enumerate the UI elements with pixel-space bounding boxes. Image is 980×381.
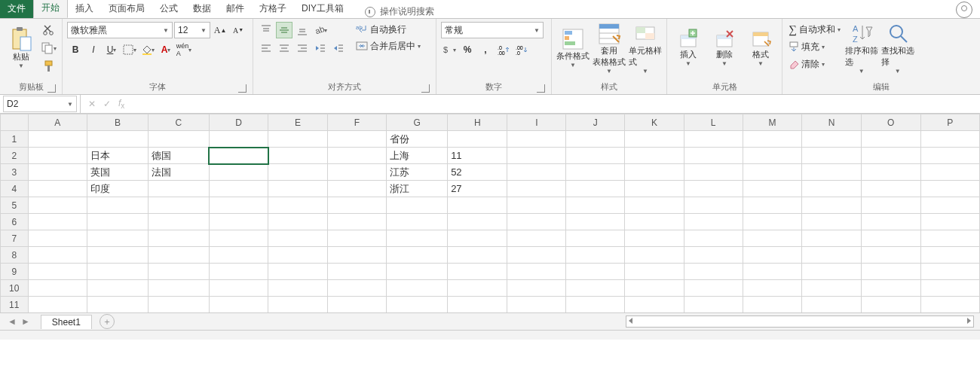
cell[interactable] <box>209 197 268 214</box>
cell[interactable] <box>87 264 148 280</box>
row-header[interactable]: 2 <box>1 148 29 164</box>
conditional-format-button[interactable]: 条件格式▼ <box>556 22 590 75</box>
underline-button[interactable]: U▾ <box>103 41 120 58</box>
cell[interactable] <box>327 214 386 230</box>
align-left-button[interactable] <box>258 40 274 56</box>
name-box[interactable]: D2▼ <box>3 96 77 112</box>
column-header[interactable]: H <box>448 114 507 131</box>
cell[interactable] <box>743 131 802 148</box>
cell[interactable] <box>684 264 743 280</box>
cell[interactable] <box>625 131 684 148</box>
cell[interactable] <box>743 230 802 247</box>
cell[interactable] <box>87 197 148 214</box>
cell[interactable] <box>268 247 327 264</box>
align-bottom-button[interactable] <box>294 22 311 38</box>
align-right-button[interactable] <box>294 40 311 56</box>
cell[interactable] <box>87 131 148 148</box>
cell[interactable] <box>87 297 148 313</box>
cell[interactable] <box>802 197 861 214</box>
cell[interactable] <box>327 148 386 164</box>
copy-button[interactable]: ▾ <box>41 40 57 56</box>
cell[interactable] <box>507 280 566 297</box>
cell[interactable] <box>448 214 507 230</box>
format-cells-button[interactable]: 格式▼ <box>744 22 777 75</box>
font-size-combo[interactable]: 12▼ <box>174 22 210 38</box>
column-header[interactable]: A <box>28 114 87 131</box>
cell[interactable] <box>387 280 448 297</box>
cell[interactable] <box>148 197 209 214</box>
cell[interactable] <box>327 181 386 197</box>
font-color-button[interactable]: A▾ <box>158 41 174 58</box>
autosum-button[interactable]: ∑自动求和▾ <box>787 22 842 37</box>
row-header[interactable]: 8 <box>1 247 29 264</box>
cell[interactable] <box>684 197 743 214</box>
cell[interactable] <box>209 280 268 297</box>
cell[interactable] <box>743 148 802 164</box>
column-header[interactable]: N <box>802 114 861 131</box>
cell[interactable]: 11 <box>448 148 507 164</box>
row-header[interactable]: 3 <box>1 164 29 181</box>
tab-page-layout[interactable]: 页面布局 <box>101 0 152 18</box>
cell[interactable]: 27 <box>448 181 507 197</box>
select-all-corner[interactable] <box>1 114 29 131</box>
column-header[interactable]: M <box>743 114 802 131</box>
cell[interactable] <box>802 181 861 197</box>
align-launcher[interactable] <box>421 84 430 93</box>
cell[interactable] <box>448 280 507 297</box>
cell[interactable] <box>28 280 87 297</box>
cell[interactable] <box>507 197 566 214</box>
cell[interactable] <box>566 230 625 247</box>
cell[interactable] <box>861 230 920 247</box>
cell[interactable] <box>684 297 743 313</box>
cell[interactable] <box>566 131 625 148</box>
tab-fanggezi[interactable]: 方格子 <box>252 0 294 18</box>
cell[interactable] <box>148 214 209 230</box>
cell[interactable] <box>387 297 448 313</box>
wrap-text-button[interactable]: ab自动换行 <box>354 22 422 37</box>
share-icon[interactable] <box>956 2 972 18</box>
cell[interactable] <box>268 197 327 214</box>
column-header[interactable]: I <box>507 114 566 131</box>
cell[interactable] <box>566 164 625 181</box>
cell[interactable] <box>209 230 268 247</box>
cell[interactable]: 江苏 <box>387 164 448 181</box>
cell[interactable] <box>148 297 209 313</box>
cell[interactable] <box>743 197 802 214</box>
formula-input[interactable] <box>132 96 980 111</box>
cut-button[interactable] <box>41 22 57 38</box>
cell[interactable] <box>507 264 566 280</box>
accounting-format-button[interactable]: $▾ <box>441 41 458 58</box>
cell[interactable]: 法国 <box>148 164 209 181</box>
cell[interactable] <box>625 247 684 264</box>
cell[interactable] <box>861 181 920 197</box>
cell[interactable] <box>327 131 386 148</box>
cell[interactable] <box>507 230 566 247</box>
cell[interactable] <box>684 181 743 197</box>
cell[interactable] <box>920 214 980 230</box>
cell[interactable] <box>802 230 861 247</box>
cell[interactable] <box>209 148 268 164</box>
cell[interactable] <box>920 297 980 313</box>
cell[interactable] <box>684 214 743 230</box>
sort-filter-button[interactable]: AZ 排序和筛选▼ <box>845 22 878 75</box>
cell[interactable]: 52 <box>448 164 507 181</box>
cell[interactable] <box>327 164 386 181</box>
orientation-button[interactable]: ab▾ <box>312 22 329 38</box>
cell[interactable] <box>861 131 920 148</box>
cell[interactable] <box>148 264 209 280</box>
sheet-nav-prev[interactable]: ◄ <box>8 316 17 327</box>
cell[interactable] <box>861 247 920 264</box>
column-header[interactable]: C <box>148 114 209 131</box>
cell[interactable] <box>684 280 743 297</box>
sheet-nav-next[interactable]: ► <box>21 316 30 327</box>
cell[interactable] <box>743 164 802 181</box>
decrease-font-button[interactable]: A▼ <box>230 22 247 38</box>
tab-diy-toolbox[interactable]: DIY工具箱 <box>294 0 351 18</box>
fill-button[interactable]: 填充▾ <box>787 39 842 54</box>
find-select-button[interactable]: 查找和选择▼ <box>881 22 914 75</box>
cell[interactable] <box>684 164 743 181</box>
cell[interactable] <box>743 264 802 280</box>
row-header[interactable]: 7 <box>1 230 29 247</box>
cell[interactable] <box>28 148 87 164</box>
cell[interactable] <box>743 181 802 197</box>
